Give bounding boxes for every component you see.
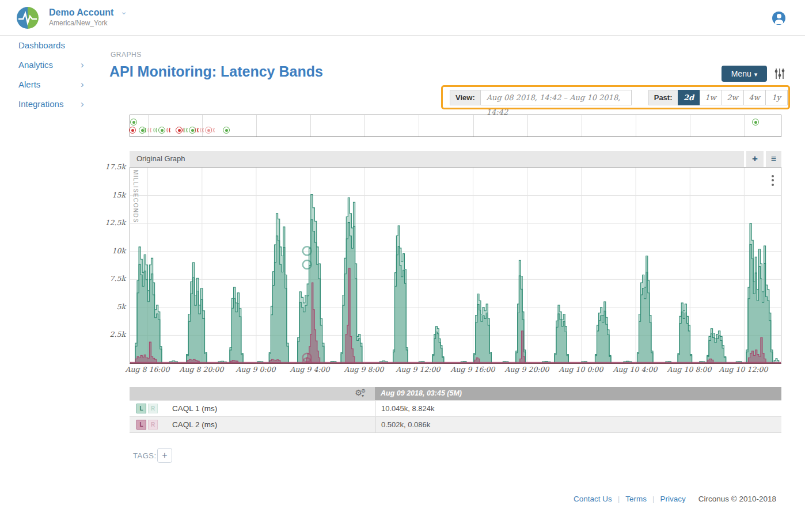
top-header: Demo Account ⌄ America/New_York — [0, 0, 805, 36]
legend-header: ⚙⚙▾ Aug 09 2018, 03:45 (5M) — [130, 387, 781, 400]
series-area-CAQL 1 (ms) — [269, 236, 288, 363]
app-root: Demo Account ⌄ America/New_York Dashboar… — [0, 0, 805, 532]
alert-marker-core — [754, 121, 757, 124]
add-graph-button[interactable]: + — [746, 151, 764, 167]
account-switcher: Demo Account ⌄ America/New_York — [49, 7, 127, 27]
alert-marker-red — [129, 127, 136, 134]
swatch-left[interactable]: L — [136, 404, 146, 413]
sidebar-item-analytics[interactable]: Analytics› — [0, 55, 109, 75]
x-tick-label: Aug 10 12:00 — [715, 365, 772, 374]
y-tick-label: 2.5k — [81, 330, 126, 339]
x-tick-label: Aug 9 0:00 — [227, 365, 284, 374]
x-tick-label: Aug 9 4:00 — [281, 365, 339, 374]
strip-divider — [744, 115, 745, 136]
legend-row: LRCAQL 2 (ms)0.502k, 0.086k — [130, 416, 781, 432]
copyright-text: Circonus © 2010-2018 — [698, 495, 776, 503]
alert-ripple-arc — [211, 127, 218, 134]
x-tick-label: Aug 9 8:00 — [335, 365, 393, 374]
graph-menu-button[interactable]: ≡ — [766, 151, 781, 167]
sidebar-item-label: Alerts — [18, 79, 40, 89]
x-tick-label: Aug 9 16:00 — [444, 365, 502, 374]
account-timezone: America/New_York — [49, 19, 127, 27]
breadcrumb: GRAPHS — [111, 51, 142, 59]
sidebar-item-dashboards[interactable]: Dashboards — [0, 36, 109, 55]
strip-divider — [256, 115, 257, 136]
sidebar-item-label: Integrations — [18, 99, 63, 109]
sidebar-item-integrations[interactable]: Integrations› — [0, 94, 109, 114]
y-tick-label: 10k — [81, 246, 126, 255]
x-tick-label: Aug 10 0:00 — [552, 365, 610, 374]
y-tick-label: 7.5k — [81, 274, 126, 283]
alert-marker-green — [130, 119, 137, 126]
x-tick-label: Aug 10 8:00 — [660, 365, 718, 374]
sidebar-item-label: Dashboards — [18, 40, 65, 50]
legend-table: ⚙⚙▾ Aug 09 2018, 03:45 (5M) LRCAQL 1 (ms… — [130, 387, 781, 433]
menu-button-label: Menu — [731, 69, 751, 78]
footer-link-contact-us[interactable]: Contact Us — [574, 495, 612, 503]
page-title: API Monitoring: Latency Bands — [109, 63, 323, 80]
x-tick-label: Aug 9 12:00 — [389, 365, 447, 374]
alert-marker-green — [223, 127, 230, 134]
swatch-left[interactable]: L — [136, 420, 146, 430]
footer-separator: | — [652, 495, 655, 503]
y-axis-unit-label: MILLISECONDS — [132, 170, 139, 223]
legend-series-label: CAQL 1 (ms) — [172, 404, 217, 413]
chevron-right-icon: › — [81, 94, 84, 114]
strip-divider — [582, 115, 582, 136]
y-tick-label: 15k — [81, 191, 126, 199]
avatar-head — [777, 14, 781, 18]
sidebar-item-alerts[interactable]: Alerts› — [0, 75, 109, 94]
alert-marker-core — [225, 129, 228, 132]
sidebar-nav: DashboardsAnalytics›Alerts›Integrations› — [0, 36, 109, 114]
legend-series-label: CAQL 2 (ms) — [172, 420, 217, 429]
footer-link-terms[interactable]: Terms — [625, 495, 647, 503]
latency-chart — [130, 168, 781, 363]
menu-button[interactable]: Menu▾ — [722, 66, 767, 82]
strip-divider — [636, 115, 636, 136]
avatar-body — [775, 20, 783, 24]
y-tick-label: 12.5k — [81, 218, 126, 227]
sliders-icon[interactable] — [774, 67, 785, 80]
chevron-right-icon: › — [81, 55, 84, 75]
chevron-down-icon[interactable]: ⌄ — [120, 6, 128, 16]
footer-link-privacy[interactable]: Privacy — [660, 495, 685, 503]
circonus-logo[interactable] — [17, 7, 39, 29]
chevron-right-icon: › — [81, 75, 84, 94]
strip-divider — [310, 115, 311, 136]
tags-label: TAGS: — [133, 451, 157, 460]
gear-icon[interactable]: ⚙⚙▾ — [355, 388, 369, 397]
swatch-right[interactable]: R — [148, 420, 158, 430]
pulse-line-icon — [17, 7, 39, 29]
footer: Contact Us|Terms|PrivacyCirconus © 2010-… — [574, 495, 776, 503]
legend-header-left: ⚙⚙▾ — [130, 387, 375, 400]
alert-ripple-arc — [166, 127, 173, 134]
sidebar-item-label: Analytics — [18, 60, 53, 70]
alert-marker-core — [132, 121, 135, 124]
add-tag-button[interactable]: + — [157, 448, 172, 463]
y-tick-label: 17.5k — [81, 162, 126, 171]
y-tick-label: 5k — [81, 302, 126, 311]
strip-divider — [527, 115, 528, 136]
x-tick-label: Aug 10 4:00 — [606, 365, 664, 374]
chart-plot-area[interactable]: MILLISECONDS — [130, 167, 781, 364]
kebab-menu-icon[interactable] — [772, 173, 774, 188]
alert-ripple-arc — [153, 127, 160, 134]
alert-ripple-arc — [200, 127, 207, 134]
alert-ripple-arc — [184, 127, 191, 134]
x-tick-label: Aug 9 20:00 — [498, 365, 556, 374]
legend-timestamp: Aug 09 2018, 03:45 (5M) — [375, 387, 781, 400]
alert-timeline-strip[interactable] — [130, 115, 781, 137]
strip-divider — [419, 115, 419, 136]
legend-row: LRCAQL 1 (ms)10.045k, 8.824k — [130, 400, 781, 416]
swatch-right[interactable]: R — [148, 404, 158, 413]
legend-row-toggle[interactable]: LRCAQL 2 (ms) — [130, 417, 375, 432]
legend-row-toggle[interactable]: LRCAQL 1 (ms) — [130, 401, 375, 416]
strip-divider — [473, 115, 474, 136]
user-avatar-icon[interactable] — [772, 12, 785, 25]
strip-divider — [364, 115, 365, 136]
account-name[interactable]: Demo Account — [49, 7, 113, 17]
legend-rows: LRCAQL 1 (ms)10.045k, 8.824kLRCAQL 2 (ms… — [130, 400, 781, 432]
strip-divider — [690, 115, 690, 136]
legend-series-value: 10.045k, 8.824k — [375, 401, 781, 416]
x-tick-label: Aug 8 20:00 — [173, 365, 230, 374]
